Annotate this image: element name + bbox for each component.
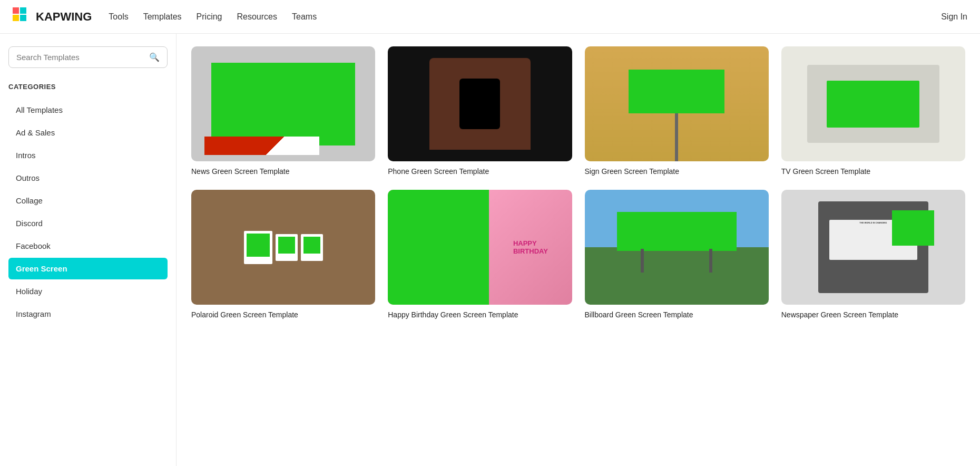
sidebar-item-green-screen[interactable]: Green Screen: [8, 258, 168, 279]
template-card-news[interactable]: News Green Screen Template: [191, 46, 375, 177]
sidebar-item-facebook[interactable]: Facebook: [8, 235, 168, 257]
sidebar-item-discord[interactable]: Discord: [8, 212, 168, 234]
template-card-polaroid[interactable]: Polaroid Green Screen Template: [191, 190, 375, 321]
newspaper-headline: THE WORLD IS CHANGING: [858, 220, 888, 226]
nav-pricing[interactable]: Pricing: [197, 12, 222, 22]
template-title-sign: Sign Green Screen Template: [585, 167, 769, 177]
template-thumb-billboard: [585, 190, 769, 305]
birthday-text: HAPPYBIRTHDAY: [511, 237, 550, 257]
sidebar: 🔍 CATEGORIES All Templates Ad & Sales In…: [0, 34, 177, 333]
svg-rect-3: [20, 15, 26, 21]
template-thumb-phone: [388, 46, 572, 161]
template-thumb-polaroid: [191, 190, 375, 305]
search-input[interactable]: [16, 53, 145, 62]
page-layout: 🔍 CATEGORIES All Templates Ad & Sales In…: [0, 34, 980, 333]
template-card-newspaper[interactable]: THE WORLD IS CHANGING Newspaper Green Sc…: [781, 190, 965, 321]
svg-rect-2: [20, 7, 26, 14]
template-card-billboard[interactable]: Billboard Green Screen Template: [585, 190, 769, 321]
navbar: KAPWING Tools Templates Pricing Resource…: [0, 0, 980, 34]
template-thumb-newspaper: THE WORLD IS CHANGING: [781, 190, 965, 305]
sidebar-item-ad-sales[interactable]: Ad & Sales: [8, 122, 168, 143]
template-card-tv[interactable]: TV Green Screen Template: [781, 46, 965, 177]
categories-label: CATEGORIES: [8, 83, 168, 91]
nav-links: Tools Templates Pricing Resources Teams: [109, 12, 317, 22]
sidebar-item-instagram[interactable]: Instagram: [8, 303, 168, 325]
template-title-tv: TV Green Screen Template: [781, 167, 965, 177]
template-title-birthday: Happy Birthday Green Screen Template: [388, 310, 572, 321]
sidebar-item-holiday[interactable]: Holiday: [8, 280, 168, 302]
search-icon: 🔍: [149, 52, 160, 62]
template-title-billboard: Billboard Green Screen Template: [585, 310, 769, 321]
template-thumb-tv: [781, 46, 965, 161]
template-thumb-news: [191, 46, 375, 161]
template-title-polaroid: Polaroid Green Screen Template: [191, 310, 375, 321]
logo-text: KAPWING: [36, 10, 92, 24]
sidebar-item-collage[interactable]: Collage: [8, 190, 168, 211]
logo-icon: [13, 7, 32, 26]
template-thumb-birthday: HAPPYBIRTHDAY: [388, 190, 572, 305]
template-title-newspaper: Newspaper Green Screen Template: [781, 310, 965, 321]
sidebar-item-all[interactable]: All Templates: [8, 99, 168, 121]
template-title-news: News Green Screen Template: [191, 167, 375, 177]
template-grid: News Green Screen Template Phone Green S…: [191, 46, 965, 321]
nav-resources[interactable]: Resources: [237, 12, 277, 22]
nav-right: Sign In: [941, 12, 967, 22]
svg-rect-1: [13, 15, 19, 21]
nav-templates[interactable]: Templates: [143, 12, 182, 22]
template-title-phone: Phone Green Screen Template: [388, 167, 572, 177]
sidebar-item-outros[interactable]: Outros: [8, 167, 168, 189]
svg-rect-0: [13, 7, 19, 14]
template-card-sign[interactable]: Sign Green Screen Template: [585, 46, 769, 177]
sidebar-item-intros[interactable]: Intros: [8, 144, 168, 166]
main-content: News Green Screen Template Phone Green S…: [177, 34, 980, 333]
template-thumb-sign: [585, 46, 769, 161]
nav-teams[interactable]: Teams: [292, 12, 317, 22]
search-box: 🔍: [8, 46, 168, 68]
logo[interactable]: KAPWING: [13, 7, 92, 26]
template-card-phone[interactable]: Phone Green Screen Template: [388, 46, 572, 177]
sign-in-button[interactable]: Sign In: [941, 12, 967, 21]
template-card-birthday[interactable]: HAPPYBIRTHDAY Happy Birthday Green Scree…: [388, 190, 572, 321]
nav-tools[interactable]: Tools: [109, 12, 128, 22]
